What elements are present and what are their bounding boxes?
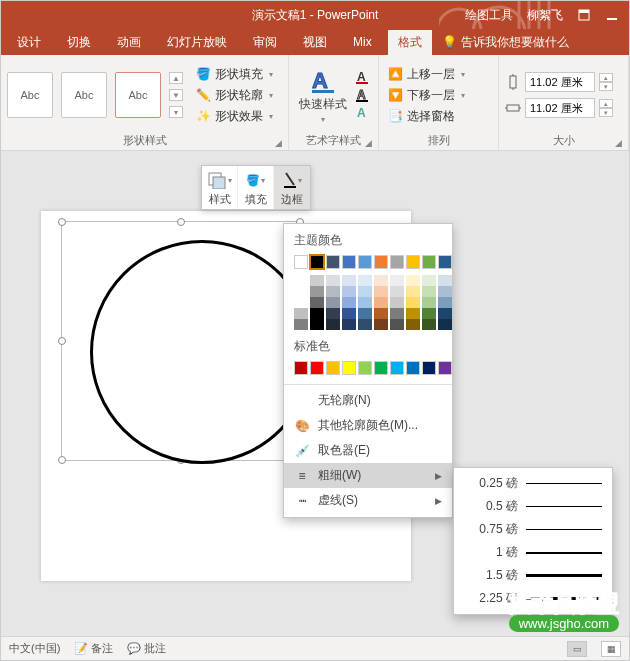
tab-transition[interactable]: 切换: [57, 30, 101, 55]
tab-mix[interactable]: Mix: [343, 31, 382, 53]
theme-swatch[interactable]: [326, 255, 340, 269]
weight-option[interactable]: 1 磅: [454, 541, 612, 564]
shade-swatch[interactable]: [406, 308, 420, 319]
style-thumb-3[interactable]: Abc: [115, 72, 161, 118]
shade-swatch[interactable]: [342, 319, 356, 330]
shade-swatch[interactable]: [374, 275, 388, 286]
shape-outline-button[interactable]: ✏️形状轮廓▾: [193, 86, 275, 105]
tab-review[interactable]: 审阅: [243, 30, 287, 55]
shade-swatch[interactable]: [390, 319, 404, 330]
no-outline-item[interactable]: 无轮廓(N): [284, 388, 452, 413]
dialog-launcher-icon[interactable]: ◢: [365, 138, 372, 148]
shade-swatch[interactable]: [294, 275, 308, 286]
standard-swatch[interactable]: [374, 361, 388, 375]
shade-swatch[interactable]: [294, 297, 308, 308]
tab-design[interactable]: 设计: [7, 30, 51, 55]
shade-swatch[interactable]: [438, 319, 452, 330]
eyedropper-item[interactable]: 💉取色器(E): [284, 438, 452, 463]
shade-swatch[interactable]: [374, 286, 388, 297]
resize-handle-w[interactable]: [58, 337, 66, 345]
text-fill-button[interactable]: A: [355, 69, 371, 85]
weight-option[interactable]: 0.75 磅: [454, 518, 612, 541]
bring-forward-button[interactable]: 🔼上移一层▾: [385, 65, 467, 84]
shade-swatch[interactable]: [326, 319, 340, 330]
theme-swatch[interactable]: [358, 255, 372, 269]
send-backward-button[interactable]: 🔽下移一层▾: [385, 86, 467, 105]
weight-option[interactable]: 1.5 磅: [454, 564, 612, 587]
standard-swatch[interactable]: [310, 361, 324, 375]
weight-option[interactable]: 2.25 磅: [454, 587, 612, 610]
width-spinner[interactable]: ▴▾: [599, 99, 613, 117]
mini-fill-button[interactable]: 🪣▾ 填充: [238, 166, 274, 209]
gallery-spinner[interactable]: ▲▼▾: [169, 72, 183, 118]
weight-item[interactable]: ≡粗细(W)▶: [284, 463, 452, 488]
shade-swatch[interactable]: [342, 286, 356, 297]
standard-swatch[interactable]: [406, 361, 420, 375]
status-comments[interactable]: 💬 批注: [127, 641, 166, 656]
theme-swatch[interactable]: [422, 255, 436, 269]
shade-swatch[interactable]: [374, 319, 388, 330]
weight-option[interactable]: 0.5 磅: [454, 495, 612, 518]
shade-swatch[interactable]: [310, 308, 324, 319]
dialog-launcher-icon[interactable]: ◢: [275, 138, 282, 148]
height-spinner[interactable]: ▴▾: [599, 73, 613, 91]
resize-handle-n[interactable]: [177, 218, 185, 226]
shape-effects-button[interactable]: ✨形状效果▾: [193, 107, 275, 126]
status-lang[interactable]: 中文(中国): [9, 641, 60, 656]
text-outline-button[interactable]: A: [355, 87, 371, 103]
shade-swatch[interactable]: [406, 297, 420, 308]
tab-view[interactable]: 视图: [293, 30, 337, 55]
standard-swatch[interactable]: [326, 361, 340, 375]
tab-slideshow[interactable]: 幻灯片放映: [157, 30, 237, 55]
tab-format[interactable]: 格式: [388, 30, 432, 55]
ribbon-display-button[interactable]: [577, 8, 591, 22]
shade-swatch[interactable]: [390, 308, 404, 319]
theme-swatch[interactable]: [438, 255, 452, 269]
shade-swatch[interactable]: [310, 319, 324, 330]
shade-swatch[interactable]: [294, 286, 308, 297]
shade-swatch[interactable]: [422, 319, 436, 330]
dialog-launcher-icon[interactable]: ◢: [615, 138, 622, 148]
status-notes[interactable]: 📝 备注: [74, 641, 113, 656]
tab-animation[interactable]: 动画: [107, 30, 151, 55]
shade-swatch[interactable]: [422, 308, 436, 319]
shade-swatch[interactable]: [326, 308, 340, 319]
standard-swatch[interactable]: [422, 361, 436, 375]
standard-swatch[interactable]: [294, 361, 308, 375]
shape-style-gallery[interactable]: Abc Abc Abc ▲▼▾: [7, 72, 183, 118]
shade-swatch[interactable]: [438, 275, 452, 286]
shade-swatch[interactable]: [358, 286, 372, 297]
shade-swatch[interactable]: [390, 275, 404, 286]
shade-swatch[interactable]: [406, 286, 420, 297]
shade-swatch[interactable]: [342, 297, 356, 308]
shade-swatch[interactable]: [358, 308, 372, 319]
standard-swatch[interactable]: [342, 361, 356, 375]
shade-swatch[interactable]: [422, 297, 436, 308]
shade-swatch[interactable]: [310, 286, 324, 297]
shade-swatch[interactable]: [310, 297, 324, 308]
shade-swatch[interactable]: [422, 286, 436, 297]
shade-swatch[interactable]: [438, 286, 452, 297]
shade-swatch[interactable]: [438, 297, 452, 308]
tell-me[interactable]: 💡 告诉我你想要做什么: [442, 34, 569, 51]
theme-swatch[interactable]: [406, 255, 420, 269]
width-input[interactable]: [525, 98, 595, 118]
standard-swatch[interactable]: [390, 361, 404, 375]
text-effects-button[interactable]: A: [355, 105, 371, 121]
shade-swatch[interactable]: [294, 319, 308, 330]
minimize-button[interactable]: [605, 8, 619, 22]
shade-swatch[interactable]: [326, 297, 340, 308]
standard-swatch[interactable]: [438, 361, 452, 375]
theme-swatch[interactable]: [374, 255, 388, 269]
view-normal-button[interactable]: ▭: [567, 641, 587, 657]
resize-handle-sw[interactable]: [58, 456, 66, 464]
mini-outline-button[interactable]: ▾ 边框: [274, 166, 310, 209]
quick-styles-button[interactable]: A 快速样式 ▾: [295, 64, 351, 126]
shade-swatch[interactable]: [310, 275, 324, 286]
dashes-item[interactable]: ┉虚线(S)▶: [284, 488, 452, 513]
circle-shape[interactable]: [90, 240, 314, 464]
mini-style-button[interactable]: ▾ 样式: [202, 166, 238, 209]
style-thumb-1[interactable]: Abc: [7, 72, 53, 118]
theme-swatch[interactable]: [294, 255, 308, 269]
theme-swatch[interactable]: [390, 255, 404, 269]
